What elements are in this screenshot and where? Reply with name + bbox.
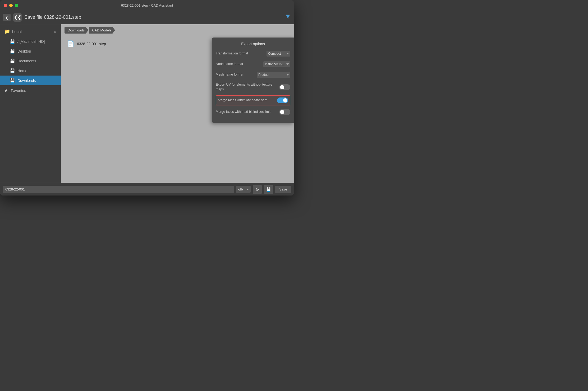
merge-faces-same-part-toggle[interactable] — [277, 97, 288, 103]
breadcrumb: Downloads CAD Models — [61, 24, 294, 36]
sidebar-item-downloads[interactable]: 💾 Downloads — [0, 76, 61, 85]
traffic-lights — [4, 4, 18, 7]
sidebar-item-label: Home — [17, 69, 27, 73]
option-row-transformation-format: Transformation format Compact Mat4 TRS — [216, 50, 290, 58]
file-area: Downloads CAD Models 📄 6328-22-001.step … — [61, 24, 294, 183]
breadcrumb-downloads[interactable]: Downloads — [65, 27, 88, 34]
option-row-export-uv: Export UV for elements without texture m… — [216, 81, 290, 93]
sidebar-item-label: Documents — [17, 59, 36, 63]
sidebar-local-label: Local — [12, 29, 22, 34]
sidebar-item-macintosh[interactable]: 💾 / [Macintosh HD] — [0, 36, 61, 46]
sidebar-favorites[interactable]: ★ Favorites — [0, 85, 61, 96]
back-button[interactable]: ❮ — [3, 14, 11, 21]
app-logo: ❮❮ — [13, 13, 22, 22]
transformation-format-select[interactable]: Compact Mat4 TRS — [267, 51, 290, 57]
sidebar-local-header[interactable]: 📁 Local ▲ — [0, 26, 61, 36]
export-options-title: Export options — [216, 42, 290, 46]
option-row-mesh-name-format: Mesh name format Product Instance Instan… — [216, 71, 290, 79]
drive-icon: 💾 — [10, 68, 15, 73]
star-icon: ★ — [4, 88, 8, 93]
node-name-format-label: Node name format — [216, 62, 263, 67]
back-icon: ❮ — [5, 15, 8, 20]
logo-symbol: ❮❮ — [14, 15, 21, 20]
filter-icon — [285, 14, 291, 20]
sidebar-item-label: / [Macintosh HD] — [17, 39, 45, 44]
format-select[interactable]: glb gltf obj fbx step — [236, 186, 251, 193]
toggle-slider — [277, 97, 288, 103]
merge-faces-same-part-label: Merge faces within the same part — [218, 98, 277, 103]
drive-icon: 💾 — [10, 39, 15, 44]
save-icon-button[interactable]: 💾 — [264, 185, 273, 194]
export-options-panel: Export options Transformation format Com… — [212, 38, 294, 123]
export-uv-label: Export UV for elements without texture m… — [216, 82, 279, 92]
sidebar: 📁 Local ▲ 💾 / [Macintosh HD] 💾 Desktop 💾… — [0, 24, 61, 183]
sidebar-item-documents[interactable]: 💾 Documents — [0, 56, 61, 66]
header-bar: ❮ ❮❮ Save file 6328-22-001.step — [0, 11, 294, 24]
toggle-slider — [279, 109, 290, 115]
option-row-merge-faces-same-part: Merge faces within the same part — [216, 95, 290, 105]
file-icon: 📄 — [67, 40, 74, 47]
filter-button[interactable] — [285, 14, 291, 21]
node-name-format-select[interactable]: InstanceOrP... Product Instance — [263, 61, 290, 67]
merge-faces-16bit-label: Merge faces within 16-bit indices limit — [216, 110, 279, 114]
chevron-up-icon: ▲ — [53, 30, 57, 33]
drive-icon: 💾 — [10, 58, 15, 63]
drive-icon: 💾 — [10, 49, 15, 54]
option-row-merge-faces-16bit: Merge faces within 16-bit indices limit — [216, 108, 290, 116]
save-button[interactable]: Save — [275, 186, 291, 193]
transformation-format-label: Transformation format — [216, 51, 267, 56]
maximize-button[interactable] — [15, 4, 18, 7]
option-row-node-name-format: Node name format InstanceOrP... Product … — [216, 60, 290, 68]
sidebar-item-desktop[interactable]: 💾 Desktop — [0, 46, 61, 56]
gear-icon: ⚙ — [255, 187, 259, 192]
filename-input[interactable] — [3, 186, 234, 193]
minimize-button[interactable] — [9, 4, 13, 7]
toggle-slider — [279, 84, 290, 90]
main-content: 📁 Local ▲ 💾 / [Macintosh HD] 💾 Desktop 💾… — [0, 24, 294, 183]
close-button[interactable] — [4, 4, 7, 7]
merge-faces-16bit-toggle[interactable] — [279, 109, 290, 115]
breadcrumb-cadmodels[interactable]: CAD Models — [89, 27, 115, 34]
titlebar: 6328-22-001.step - CAD Assistant — [0, 0, 294, 11]
folder-icon: 📁 — [4, 29, 10, 34]
sidebar-item-home[interactable]: 💾 Home — [0, 66, 61, 76]
sidebar-item-label: Desktop — [17, 49, 31, 53]
page-title: Save file 6328-22-001.step — [24, 15, 282, 20]
window-title: 6328-22-001.step - CAD Assistant — [121, 3, 173, 7]
sidebar-item-label: Downloads — [17, 78, 36, 83]
mesh-name-format-select[interactable]: Product Instance InstanceOrProduct — [257, 72, 290, 78]
settings-button[interactable]: ⚙ — [253, 185, 262, 194]
favorites-label: Favorites — [11, 89, 26, 93]
export-uv-toggle[interactable] — [279, 84, 290, 90]
mesh-name-format-label: Mesh name format — [216, 72, 257, 77]
save-icon: 💾 — [266, 187, 271, 192]
bottom-bar: glb gltf obj fbx step ⚙ 💾 Save — [0, 183, 294, 196]
drive-icon: 💾 — [10, 78, 15, 83]
